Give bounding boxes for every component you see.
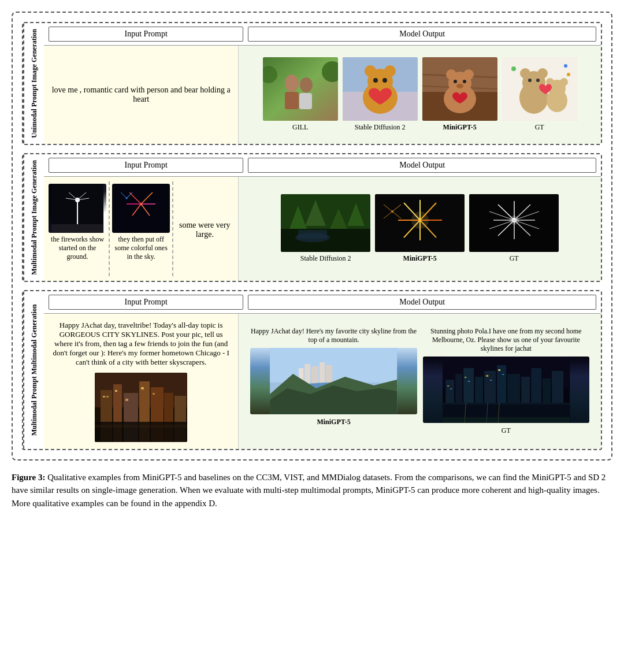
row3-input-text: Happy JAchat day, traveltribe! Today's a… <box>52 321 230 367</box>
row1-img-sd2: Stable Diffusion 2 <box>343 57 418 132</box>
svg-point-23 <box>454 80 457 83</box>
svg-point-22 <box>463 69 474 80</box>
svg-point-25 <box>456 84 463 88</box>
row1-label-gill: GILL <box>292 123 308 132</box>
figure-container: Unimodal Prompt Image Generation Input P… <box>12 12 612 461</box>
svg-point-29 <box>520 68 530 79</box>
row2-img1 <box>49 184 106 233</box>
row3-body: Happy JAchat day, traveltribe! Today's a… <box>44 314 601 449</box>
row1-input-area: love me , romantic card with person and … <box>44 46 239 144</box>
svg-rect-111 <box>141 387 144 389</box>
row2-out-sd2-img <box>281 194 370 252</box>
row3-out-minigpt5: Happy JAchat day! Here's my favorite cit… <box>250 327 417 435</box>
svg-marker-124 <box>270 385 398 414</box>
row1-img-gt: GT <box>502 57 577 132</box>
row1-output-images: GILL <box>244 57 595 132</box>
row1-section: Unimodal Prompt Image Generation Input P… <box>22 22 602 145</box>
row2-col3: some were very large. <box>173 181 236 276</box>
svg-point-14 <box>382 78 387 83</box>
svg-rect-142 <box>486 375 488 377</box>
row1-side-label: Unimodal Prompt Image Generation <box>23 23 44 144</box>
svg-rect-114 <box>95 425 187 428</box>
svg-point-21 <box>446 69 456 80</box>
row2-header: Input Prompt Model Output <box>44 154 601 177</box>
row3-output-cols: Happy JAchat day! Here's my favorite cit… <box>244 321 595 441</box>
row3-header: Input Prompt Model Output <box>44 291 601 314</box>
row2-section: Multimodal Prompt Image Generation Input… <box>22 153 602 282</box>
row1-output-area: GILL <box>239 46 601 144</box>
row2-col1: the fireworks show started on the ground… <box>46 181 110 276</box>
svg-rect-48 <box>115 184 167 233</box>
row2-output-images: Stable Diffusion 2 <box>244 194 595 263</box>
row1-label-sd2: Stable Diffusion 2 <box>355 123 406 132</box>
row2-input-area: the fireworks show started on the ground… <box>44 177 239 281</box>
svg-rect-140 <box>465 377 466 378</box>
svg-rect-47 <box>51 224 103 233</box>
row3-input-area: Happy JAchat day, traveltribe! Today's a… <box>44 314 239 449</box>
svg-point-97 <box>510 216 519 225</box>
row2-label-minigpt5: MiniGPT-5 <box>403 254 437 263</box>
row2-label-gt: GT <box>510 254 519 263</box>
row2-out-minigpt5: MiniGPT-5 <box>375 194 465 263</box>
svg-rect-66 <box>298 230 327 239</box>
svg-point-36 <box>560 78 568 86</box>
row2-col2: they then put off some colorful ones in … <box>110 181 173 276</box>
row3-out-gt: Stunning photo Pola.I have one from my s… <box>423 327 589 435</box>
row3-output-area: Happy JAchat day! Here's my favorite cit… <box>239 314 601 449</box>
row2-output-area: Stable Diffusion 2 <box>239 177 601 281</box>
row3-gt-img <box>423 357 589 423</box>
row2-body: the fireworks show started on the ground… <box>44 177 601 281</box>
svg-point-32 <box>536 79 540 82</box>
svg-rect-109 <box>115 390 117 392</box>
caption-text: Qualitative examples from MiniGPT-5 and … <box>12 473 606 508</box>
row1-header: Input Prompt Model Output <box>44 23 601 46</box>
row2-img2 <box>112 184 170 233</box>
row1-img-gt-img <box>502 57 577 121</box>
figure-caption: Figure 3: Qualitative examples from Mini… <box>12 471 612 510</box>
row1-img-minigpt5-img <box>422 57 497 121</box>
svg-rect-116 <box>270 348 398 383</box>
svg-point-24 <box>463 80 466 83</box>
svg-point-30 <box>537 68 548 79</box>
row3-minigpt5-img <box>250 348 417 414</box>
svg-rect-107 <box>103 396 105 398</box>
row1-img-gill: GILL <box>263 57 338 132</box>
svg-rect-4 <box>299 93 312 109</box>
row2-out-minigpt5-img <box>375 194 465 252</box>
row1-input-header: Input Prompt <box>49 27 243 42</box>
row2-text2: they then put off some colorful ones in … <box>112 235 170 261</box>
row1-body: love me , romantic card with person and … <box>44 46 601 144</box>
row1-input-text: love me , romantic card with person and … <box>50 86 232 104</box>
row2-text1: the fireworks show started on the ground… <box>49 235 106 261</box>
row3-output-header: Model Output <box>248 295 596 310</box>
svg-rect-141 <box>468 381 470 382</box>
svg-point-38 <box>564 64 567 68</box>
svg-rect-147 <box>443 403 570 404</box>
row3-section: Multimodal Prompt Multimodal Generation … <box>22 290 602 450</box>
row3-label-gt: GT <box>502 426 511 435</box>
row2-out-sd2: Stable Diffusion 2 <box>281 194 370 263</box>
row2-input-images: the fireworks show started on the ground… <box>46 181 236 276</box>
row1-img-sd2-img <box>343 57 418 121</box>
row3-label-minigpt5: MiniGPT-5 <box>317 418 350 426</box>
svg-rect-151 <box>443 417 570 423</box>
figure-num: Figure 3: <box>12 473 45 482</box>
row1-img-minigpt5: MiniGPT-5 <box>422 57 497 132</box>
svg-rect-139 <box>450 388 452 389</box>
svg-point-2 <box>300 77 313 92</box>
svg-rect-119 <box>312 366 319 385</box>
svg-point-1 <box>285 75 299 92</box>
row2-out-gt-img <box>469 194 559 252</box>
svg-point-82 <box>411 211 429 229</box>
svg-rect-144 <box>498 369 500 371</box>
row3-content: Input Prompt Model Output Happy JAchat d… <box>44 291 601 449</box>
row3-out-text2: Stunning photo Pola.I have one from my s… <box>423 327 589 353</box>
row1-label-gt: GT <box>535 123 544 132</box>
row1-label-minigpt5: MiniGPT-5 <box>443 123 477 132</box>
svg-rect-3 <box>285 92 299 109</box>
svg-point-12 <box>384 65 396 77</box>
svg-point-31 <box>528 79 532 82</box>
svg-point-39 <box>567 73 570 76</box>
svg-point-13 <box>373 78 378 83</box>
svg-rect-108 <box>106 396 109 398</box>
